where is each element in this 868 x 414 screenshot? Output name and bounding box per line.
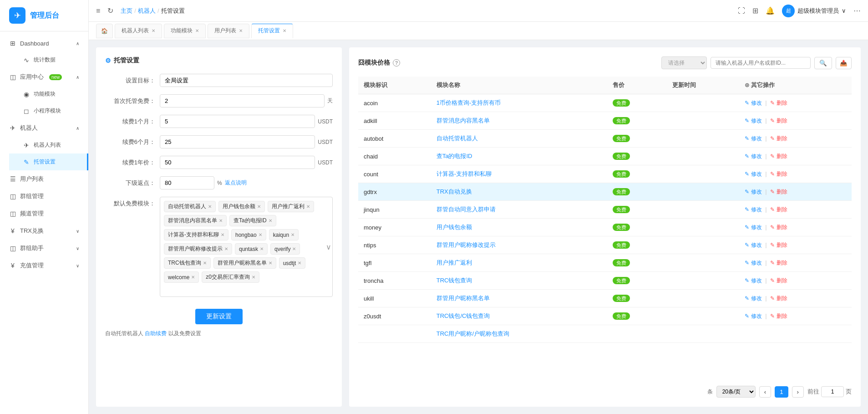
close-icon[interactable]: ✕	[195, 28, 199, 33]
module-name-link[interactable]: 群管用户昵称黑名单	[437, 295, 490, 302]
tag-close-icon[interactable]: ✕	[219, 218, 223, 223]
update-settings-button[interactable]: 更新设置	[195, 309, 243, 324]
tag-close-icon[interactable]: ✕	[260, 246, 264, 251]
delete-link[interactable]: ✎ 删除	[770, 277, 787, 284]
renew1y-input[interactable]	[160, 156, 315, 169]
sidebar-item-channel-mgmt[interactable]: ◫ 频道管理	[0, 205, 88, 222]
tag-close-icon[interactable]: ✕	[252, 275, 255, 280]
delete-link[interactable]: ✎ 删除	[770, 313, 787, 319]
sidebar-item-robot-list[interactable]: ✈ 机器人列表	[9, 137, 88, 153]
tag-close-icon[interactable]: ✕	[259, 232, 262, 237]
user-info[interactable]: 超 超级模块管理员 ∨	[782, 5, 846, 17]
sidebar-item-app-center[interactable]: ◫ 应用中心 new ∧	[0, 68, 88, 86]
tab-trust-settings[interactable]: 托管设置 ✕	[251, 24, 293, 38]
first-free-input[interactable]	[160, 94, 325, 107]
module-name-link[interactable]: 群管用户昵称修改提示	[437, 241, 496, 248]
tag-close-icon[interactable]: ✕	[306, 204, 310, 209]
app-grid-icon[interactable]: ⊞	[752, 6, 758, 15]
tab-func-module[interactable]: 功能模块 ✕	[164, 24, 206, 38]
sidebar-item-stats[interactable]: ∿ 统计数据	[9, 51, 88, 68]
tag-close-icon[interactable]: ✕	[298, 261, 301, 266]
module-name-link[interactable]: TRC钱包/C钱包查询	[437, 312, 490, 319]
breadcrumb-robot[interactable]: 机器人	[138, 7, 156, 15]
help-icon[interactable]: ?	[393, 59, 400, 66]
delete-link[interactable]: ✎ 删除	[770, 118, 787, 124]
rebate-input[interactable]	[160, 176, 214, 189]
edit-link[interactable]: ✎ 修改	[745, 260, 761, 266]
module-name-link[interactable]: 1币价格查询-支持所有币	[437, 99, 501, 106]
tab-robot-list[interactable]: 机器人列表 ✕	[115, 24, 162, 38]
edit-link[interactable]: ✎ 修改	[745, 100, 761, 106]
edit-link[interactable]: ✎ 修改	[745, 224, 761, 230]
close-icon[interactable]: ✕	[152, 28, 155, 33]
prev-page-button[interactable]: ‹	[759, 386, 771, 398]
module-name-link[interactable]: TRX自动兑换	[437, 188, 472, 195]
delete-link[interactable]: ✎ 删除	[770, 135, 787, 142]
tab-user-list[interactable]: 用户列表 ✕	[208, 24, 249, 38]
target-select[interactable]: 全局设置 指定机器人	[160, 74, 333, 87]
delete-link[interactable]: ✎ 删除	[770, 206, 787, 213]
breadcrumb-main[interactable]: 主页	[121, 7, 132, 15]
edit-link[interactable]: ✎ 修改	[745, 153, 761, 159]
delete-link[interactable]: ✎ 删除	[770, 224, 787, 230]
tag-close-icon[interactable]: ✕	[191, 275, 195, 280]
delete-link[interactable]: ✎ 删除	[770, 153, 787, 159]
delete-link[interactable]: ✎ 删除	[770, 171, 787, 177]
tag-close-icon[interactable]: ✕	[291, 232, 294, 237]
delete-link[interactable]: ✎ 删除	[770, 260, 787, 266]
footer-link[interactable]: 自助续费	[145, 330, 167, 337]
module-name-link[interactable]: 自动托管机器人	[437, 135, 478, 142]
edit-link[interactable]: ✎ 修改	[745, 118, 761, 124]
per-page-select[interactable]: 20条/页 50条/页 100条/页	[716, 386, 756, 398]
edit-link[interactable]: ✎ 修改	[745, 206, 761, 213]
edit-link[interactable]: ✎ 修改	[745, 277, 761, 284]
module-name-link[interactable]: 用户钱包余额	[437, 224, 472, 230]
rebate-link[interactable]: 返点说明	[225, 179, 247, 187]
more-icon[interactable]: ⋯	[853, 6, 861, 15]
tag-close-icon[interactable]: ✕	[224, 246, 228, 251]
scroll-down-icon[interactable]: ∨	[326, 243, 331, 251]
delete-link[interactable]: ✎ 删除	[770, 242, 787, 248]
menu-toggle-icon[interactable]: ≡	[96, 7, 100, 15]
sidebar-item-dashboard[interactable]: ⊞ Dashboard ∧	[0, 35, 88, 51]
renew6m-input[interactable]	[160, 135, 315, 148]
edit-link[interactable]: ✎ 修改	[745, 189, 761, 195]
page-1-button[interactable]: 1	[775, 386, 788, 398]
sidebar-item-recharge[interactable]: ¥ 充值管理 ∨	[0, 257, 88, 274]
edit-link[interactable]: ✎ 修改	[745, 295, 761, 302]
tag-close-icon[interactable]: ✕	[203, 261, 207, 266]
sidebar-item-group-assist[interactable]: ◫ 群组助手 ∨	[0, 240, 88, 257]
edit-link[interactable]: ✎ 修改	[745, 135, 761, 142]
tag-close-icon[interactable]: ✕	[221, 232, 224, 237]
sidebar-item-trx[interactable]: ¥ TRX兑换 ∨	[0, 222, 88, 240]
goto-input[interactable]	[821, 386, 844, 397]
tag-close-icon[interactable]: ✕	[257, 204, 261, 209]
edit-link[interactable]: ✎ 修改	[745, 313, 761, 319]
tag-close-icon[interactable]: ✕	[208, 204, 212, 209]
module-name-link[interactable]: 用户推广返利	[437, 259, 472, 266]
sidebar-item-func-module[interactable]: ◉ 功能模块	[9, 86, 88, 102]
fullscreen-icon[interactable]: ⛶	[738, 7, 745, 15]
module-name-link[interactable]: 计算器-支持群和私聊	[437, 170, 492, 177]
edit-link[interactable]: ✎ 修改	[745, 242, 761, 248]
module-name-link[interactable]: TRC钱包查询	[437, 277, 472, 284]
tag-close-icon[interactable]: ✕	[269, 218, 272, 223]
tag-close-icon[interactable]: ✕	[292, 246, 296, 251]
delete-link[interactable]: ✎ 删除	[770, 100, 787, 106]
close-icon[interactable]: ✕	[283, 28, 286, 33]
sidebar-item-group-mgmt[interactable]: ◫ 群组管理	[0, 188, 88, 205]
sidebar-item-robot[interactable]: ✈ 机器人 ∧	[0, 119, 88, 137]
sidebar-item-user-list[interactable]: ☰ 用户列表	[0, 170, 88, 188]
edit-link[interactable]: ✎ 修改	[745, 171, 761, 177]
module-name-link[interactable]: 群管自动同意入群申请	[437, 206, 496, 213]
delete-link[interactable]: ✎ 删除	[770, 189, 787, 195]
sidebar-item-mini-module[interactable]: ◻ 小程序模块	[9, 102, 88, 119]
sidebar-item-trust-settings[interactable]: ✎ 托管设置	[9, 153, 88, 170]
filter-select[interactable]: 请选择	[661, 56, 707, 69]
delete-link[interactable]: ✎ 删除	[770, 295, 787, 302]
module-name-link[interactable]: TRC用户昵称/户昵称包查询	[437, 330, 509, 337]
tab-home[interactable]: 🏠	[96, 24, 113, 38]
module-name-link[interactable]: 查Ta的电报ID	[437, 153, 472, 159]
next-page-button[interactable]: ›	[792, 386, 804, 398]
export-button[interactable]: 📤	[836, 57, 852, 69]
